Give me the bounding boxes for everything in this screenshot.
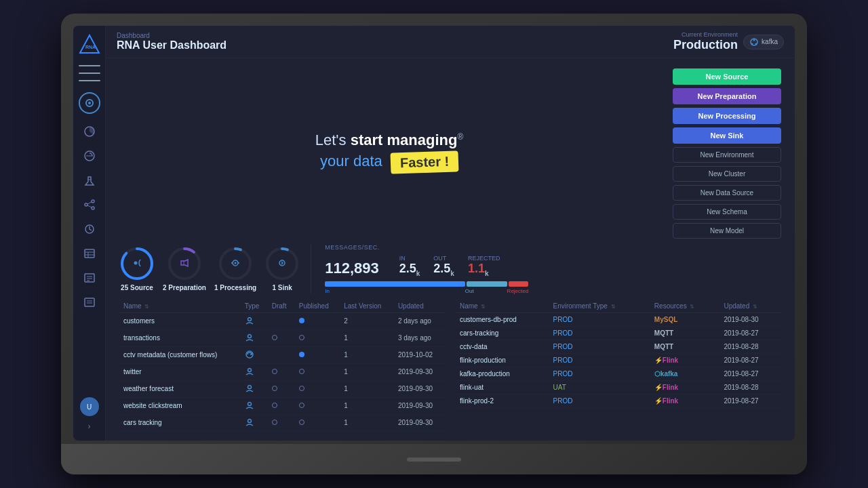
row-type [241,346,268,363]
svg-line-11 [87,202,92,204]
out-stat: OUT 2.5k [433,255,454,277]
messages-value: 112,893 [325,260,379,277]
new-schema-button[interactable]: New Schema [673,204,781,220]
env-row-name: flink-prod-2 [456,394,549,407]
table-row[interactable]: flink-production PROD ⚡Flink 2019-08-27 [456,353,781,367]
breadcrumb: Dashboard [117,32,226,39]
left-nav: RNA [73,26,106,441]
row-published [295,414,340,431]
svg-point-10 [85,203,87,206]
nav-chart-icon[interactable] [80,146,99,165]
nav-share-icon[interactable] [80,195,99,214]
row-name: weather forecast [119,380,241,397]
nav-home-icon[interactable] [79,92,100,114]
sources-table-body: customers 2 2 days ago transactions 1 3 … [119,312,445,431]
prep-label-text: Preparation [168,284,206,291]
bar-out [467,281,507,287]
messages-header: MESSAGES/SEC. [325,244,781,251]
sources-table: Name ⇅ Type Draft Published Last Version… [119,300,445,432]
new-model-button[interactable]: New Model [673,223,781,239]
env-name: Production [673,38,738,52]
row-published [295,346,340,363]
table-row[interactable]: cctv-data PROD MQTT 2019-08-28 [456,340,781,353]
nav-expand-icon[interactable]: › [88,422,91,431]
row-name: cars tracking [119,414,241,431]
env-row-type: UAT [549,380,650,394]
user-avatar[interactable]: U [80,397,99,416]
right-table: Name ⇅ Environment Type ⇅ Resources ⇅ Up… [456,300,781,435]
nav-lab-icon[interactable] [80,171,99,190]
new-sink-button[interactable]: New Sink [673,127,781,144]
svg-point-9 [92,207,94,209]
nav-list2-icon[interactable] [80,293,99,312]
env-row-updated: 2019-08-30 [719,312,781,326]
hero-line1-plain: Let's [315,131,351,148]
resource-flink: ⚡Flink [654,384,678,391]
row-draft [268,363,295,380]
sink-circle [264,246,300,281]
new-environment-button[interactable]: New Environment [673,147,781,163]
env-row-name: cars-tracking [456,326,549,340]
table-row[interactable]: customers-db-prod PROD MySQL 2019-08-30 [456,312,781,326]
env-row-updated: 2019-08-28 [719,380,781,394]
draft-circle [299,403,304,408]
source-label-text: Source [130,284,153,291]
resource-mysql: MySQL [654,316,677,323]
svg-point-50 [248,419,251,422]
row-updated: 2019-09-30 [394,414,445,431]
table-row[interactable]: kafka-production PROD ⬡kafka 2019-08-27 [456,367,781,380]
new-data-source-button[interactable]: New Data Source [673,185,781,201]
kafka-badge: kafka [743,35,784,49]
table-row[interactable]: cctv metadata (customer flows) 1 2019-10… [119,346,445,363]
draft-circle [299,386,304,391]
nav-analytics-icon[interactable] [80,122,99,141]
stat-numbers: IN 2.5k OUT 2.5k REJECTED 1.1k [399,255,500,277]
bar-rejected [509,281,529,287]
new-cluster-button[interactable]: New Cluster [673,166,781,182]
row-version: 1 [340,397,394,414]
env-row-resource: ⚡Flink [650,353,720,367]
row-draft [268,312,295,329]
source-label: 25 Source [121,284,153,291]
published-dot [299,318,304,323]
bar-labels: In Out Rejected [325,288,528,294]
table-row[interactable]: flink-prod-2 PROD ⚡Flink 2019-08-27 [456,394,781,407]
env-row-resource: MQTT [650,340,720,353]
right-panel: New Source New Preparation New Processin… [673,65,781,239]
table-row[interactable]: twitter 1 2019-09-30 [119,363,445,380]
preparation-label: 2 Preparation [163,284,206,291]
table-row[interactable]: flink-uat UAT ⚡Flink 2019-08-28 [456,380,781,394]
preparation-icon [180,258,189,269]
in-stat: IN 2.5k [399,255,420,277]
menu-button[interactable] [79,65,100,81]
row-updated: 2 days ago [394,312,445,329]
row-draft [268,414,295,431]
env-row-resource: ⚡Flink [650,380,720,394]
new-source-button[interactable]: New Source [673,68,781,85]
table-row[interactable]: weather forecast 1 2019-09-30 [119,380,445,397]
row-type [241,363,268,380]
svg-text:RNA: RNA [85,45,96,49]
new-preparation-button[interactable]: New Preparation [673,88,781,104]
rejected-value: 1.1k [468,262,489,277]
hero-line2: your data [320,152,382,170]
table-row[interactable]: website clickstream 1 2019-09-30 [119,397,445,414]
nav-history-icon[interactable] [80,220,99,239]
table-row[interactable]: customers 2 2 days ago [119,312,445,329]
proc-label-text: Processing [220,284,256,291]
env-label: Current Environment [673,31,738,38]
table-row[interactable]: cars tracking 1 2019-09-30 [119,414,445,431]
row-name: website clickstream [119,397,241,414]
sink-label: 1 Sink [272,284,292,291]
col-type: Type [241,300,268,313]
row-version: 1 [340,346,394,363]
new-processing-button[interactable]: New Processing [673,108,781,124]
source-circle [119,246,155,281]
svg-point-45 [248,334,251,338]
table-row[interactable]: cars-tracking PROD MQTT 2019-08-27 [456,326,781,340]
table-row[interactable]: transactions 1 3 days ago [119,329,445,346]
nav-list-icon[interactable] [80,268,99,287]
nav-table-icon[interactable] [80,244,99,263]
page-title-bold: User Dashboard [143,39,227,51]
hero-line1: Let's start managing® [315,131,463,149]
